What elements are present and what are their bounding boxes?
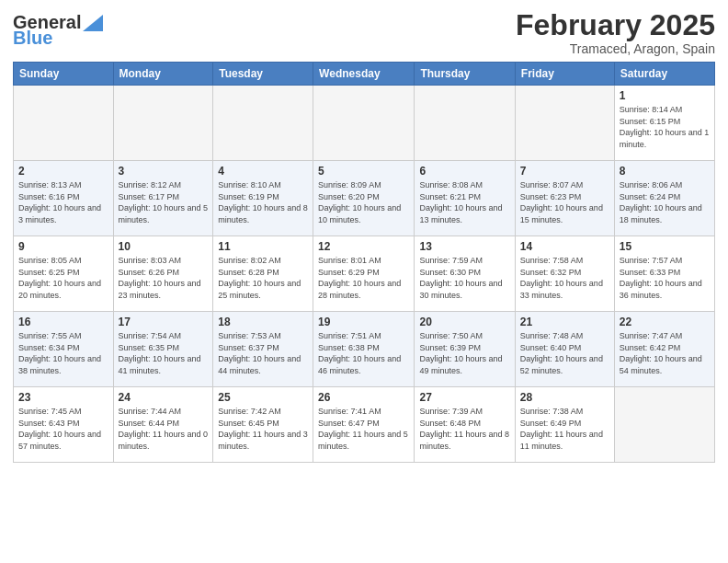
day-number: 3 (119, 165, 209, 178)
page-container: General Blue February 2025 Tramaced, Ara… (0, 0, 728, 472)
table-row: 5Sunrise: 8:09 AM Sunset: 6:20 PM Daylig… (313, 161, 415, 236)
col-monday: Monday (113, 63, 213, 86)
day-number: 17 (119, 316, 209, 328)
day-number: 23 (18, 391, 108, 404)
table-row: 19Sunrise: 7:51 AM Sunset: 6:38 PM Dayli… (313, 312, 415, 387)
table-row: 13Sunrise: 7:59 AM Sunset: 6:30 PM Dayli… (415, 236, 515, 312)
day-number: 27 (419, 391, 509, 404)
table-row: 9Sunrise: 8:05 AM Sunset: 6:25 PM Daylig… (14, 236, 114, 312)
day-info: Sunrise: 7:50 AM Sunset: 6:39 PM Dayligh… (419, 330, 509, 376)
col-sunday: Sunday (14, 63, 114, 86)
day-number: 16 (18, 316, 108, 328)
day-info: Sunrise: 7:53 AM Sunset: 6:37 PM Dayligh… (218, 330, 308, 376)
table-row: 14Sunrise: 7:58 AM Sunset: 6:32 PM Dayli… (515, 236, 614, 312)
day-info: Sunrise: 8:14 AM Sunset: 6:15 PM Dayligh… (620, 104, 710, 150)
header-row: General Blue February 2025 Tramaced, Ara… (13, 9, 715, 56)
day-number: 10 (119, 240, 209, 253)
day-number: 4 (218, 165, 308, 178)
day-info: Sunrise: 7:42 AM Sunset: 6:45 PM Dayligh… (218, 406, 308, 452)
day-info: Sunrise: 7:51 AM Sunset: 6:38 PM Dayligh… (318, 330, 409, 376)
table-row: 27Sunrise: 7:39 AM Sunset: 6:48 PM Dayli… (415, 387, 515, 463)
day-number: 2 (18, 165, 108, 178)
table-row: 24Sunrise: 7:44 AM Sunset: 6:44 PM Dayli… (113, 387, 213, 463)
day-info: Sunrise: 7:48 AM Sunset: 6:40 PM Dayligh… (520, 330, 609, 376)
table-row (614, 387, 714, 463)
day-number: 19 (318, 316, 409, 328)
day-info: Sunrise: 7:41 AM Sunset: 6:47 PM Dayligh… (318, 406, 409, 452)
table-row: 28Sunrise: 7:38 AM Sunset: 6:49 PM Dayli… (515, 387, 614, 463)
table-row (14, 86, 114, 161)
table-row: 11Sunrise: 8:02 AM Sunset: 6:28 PM Dayli… (213, 236, 313, 312)
table-row (213, 86, 313, 161)
calendar-week-row: 1Sunrise: 8:14 AM Sunset: 6:15 PM Daylig… (14, 86, 715, 161)
table-row: 12Sunrise: 8:01 AM Sunset: 6:29 PM Dayli… (313, 236, 415, 312)
day-info: Sunrise: 8:06 AM Sunset: 6:24 PM Dayligh… (620, 179, 710, 225)
day-number: 20 (419, 316, 509, 328)
day-number: 8 (620, 165, 710, 178)
table-row: 6Sunrise: 8:08 AM Sunset: 6:21 PM Daylig… (415, 161, 515, 236)
day-info: Sunrise: 8:12 AM Sunset: 6:17 PM Dayligh… (119, 179, 209, 225)
title-block: February 2025 Tramaced, Aragon, Spain (516, 9, 715, 56)
day-info: Sunrise: 8:05 AM Sunset: 6:25 PM Dayligh… (18, 255, 108, 301)
day-info: Sunrise: 8:03 AM Sunset: 6:26 PM Dayligh… (119, 255, 209, 301)
month-title: February 2025 (516, 9, 715, 41)
day-info: Sunrise: 8:02 AM Sunset: 6:28 PM Dayligh… (218, 255, 308, 301)
col-thursday: Thursday (415, 63, 515, 86)
day-number: 22 (620, 316, 710, 328)
table-row: 21Sunrise: 7:48 AM Sunset: 6:40 PM Dayli… (515, 312, 614, 387)
table-row: 8Sunrise: 8:06 AM Sunset: 6:24 PM Daylig… (614, 161, 714, 236)
col-saturday: Saturday (614, 63, 714, 86)
table-row: 15Sunrise: 7:57 AM Sunset: 6:33 PM Dayli… (614, 236, 714, 312)
calendar-week-row: 9Sunrise: 8:05 AM Sunset: 6:25 PM Daylig… (14, 236, 715, 312)
table-row: 26Sunrise: 7:41 AM Sunset: 6:47 PM Dayli… (313, 387, 415, 463)
calendar-header-row: Sunday Monday Tuesday Wednesday Thursday… (14, 63, 715, 86)
day-info: Sunrise: 8:07 AM Sunset: 6:23 PM Dayligh… (520, 179, 609, 225)
day-info: Sunrise: 7:55 AM Sunset: 6:34 PM Dayligh… (18, 330, 108, 376)
day-number: 14 (520, 240, 609, 253)
table-row (515, 86, 614, 161)
table-row: 1Sunrise: 8:14 AM Sunset: 6:15 PM Daylig… (614, 86, 714, 161)
day-info: Sunrise: 7:58 AM Sunset: 6:32 PM Dayligh… (520, 255, 609, 301)
day-number: 1 (620, 89, 710, 102)
table-row (113, 86, 213, 161)
calendar-table: Sunday Monday Tuesday Wednesday Thursday… (13, 62, 715, 463)
day-info: Sunrise: 8:01 AM Sunset: 6:29 PM Dayligh… (318, 255, 409, 301)
table-row: 25Sunrise: 7:42 AM Sunset: 6:45 PM Dayli… (213, 387, 313, 463)
calendar-week-row: 23Sunrise: 7:45 AM Sunset: 6:43 PM Dayli… (14, 387, 715, 463)
day-number: 24 (119, 391, 209, 404)
table-row: 20Sunrise: 7:50 AM Sunset: 6:39 PM Dayli… (415, 312, 515, 387)
logo-blue: Blue (13, 29, 103, 48)
day-info: Sunrise: 7:45 AM Sunset: 6:43 PM Dayligh… (18, 406, 108, 452)
table-row: 3Sunrise: 8:12 AM Sunset: 6:17 PM Daylig… (113, 161, 213, 236)
day-number: 9 (18, 240, 108, 253)
col-wednesday: Wednesday (313, 63, 415, 86)
col-friday: Friday (515, 63, 614, 86)
col-tuesday: Tuesday (213, 63, 313, 86)
calendar-week-row: 2Sunrise: 8:13 AM Sunset: 6:16 PM Daylig… (14, 161, 715, 236)
day-info: Sunrise: 8:10 AM Sunset: 6:19 PM Dayligh… (218, 179, 308, 225)
day-number: 25 (218, 391, 308, 404)
day-number: 12 (318, 240, 409, 253)
day-number: 6 (419, 165, 509, 178)
day-info: Sunrise: 7:59 AM Sunset: 6:30 PM Dayligh… (419, 255, 509, 301)
logo: General Blue (13, 13, 103, 48)
table-row: 23Sunrise: 7:45 AM Sunset: 6:43 PM Dayli… (14, 387, 114, 463)
day-number: 18 (218, 316, 308, 328)
table-row: 2Sunrise: 8:13 AM Sunset: 6:16 PM Daylig… (14, 161, 114, 236)
day-number: 5 (318, 165, 409, 178)
day-number: 21 (520, 316, 609, 328)
table-row: 7Sunrise: 8:07 AM Sunset: 6:23 PM Daylig… (515, 161, 614, 236)
location-subtitle: Tramaced, Aragon, Spain (516, 41, 715, 56)
table-row: 22Sunrise: 7:47 AM Sunset: 6:42 PM Dayli… (614, 312, 714, 387)
day-info: Sunrise: 8:08 AM Sunset: 6:21 PM Dayligh… (419, 179, 509, 225)
table-row (313, 86, 415, 161)
day-info: Sunrise: 7:47 AM Sunset: 6:42 PM Dayligh… (620, 330, 710, 376)
day-info: Sunrise: 7:57 AM Sunset: 6:33 PM Dayligh… (620, 255, 710, 301)
table-row (415, 86, 515, 161)
table-row: 16Sunrise: 7:55 AM Sunset: 6:34 PM Dayli… (14, 312, 114, 387)
day-info: Sunrise: 8:09 AM Sunset: 6:20 PM Dayligh… (318, 179, 409, 225)
day-info: Sunrise: 7:39 AM Sunset: 6:48 PM Dayligh… (419, 406, 509, 452)
day-info: Sunrise: 8:13 AM Sunset: 6:16 PM Dayligh… (18, 179, 108, 225)
table-row: 18Sunrise: 7:53 AM Sunset: 6:37 PM Dayli… (213, 312, 313, 387)
day-number: 26 (318, 391, 409, 404)
